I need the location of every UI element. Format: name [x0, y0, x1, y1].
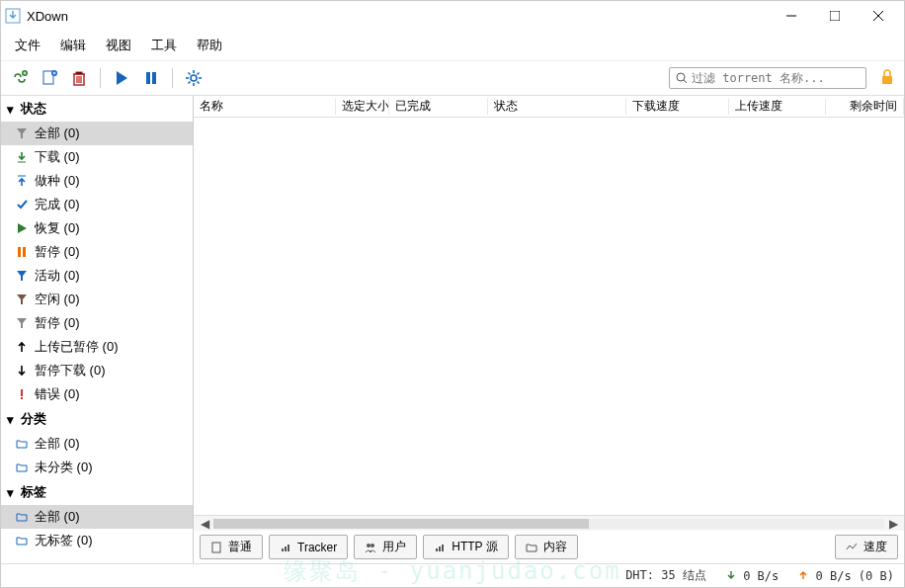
app-icon: [5, 8, 21, 24]
menu-view[interactable]: 视图: [96, 33, 141, 58]
col-size[interactable]: 选定大小: [336, 98, 389, 115]
scroll-track[interactable]: [213, 519, 884, 529]
svg-marker-31: [17, 294, 27, 304]
pause-button[interactable]: [138, 65, 164, 91]
svg-marker-32: [17, 318, 27, 328]
status-error[interactable]: 错误 (0): [1, 382, 193, 406]
add-file-button[interactable]: [37, 65, 62, 91]
scroll-right-icon[interactable]: ▶: [886, 517, 900, 531]
tag-untagged[interactable]: 无标签 (0): [1, 529, 193, 552]
svg-rect-38: [288, 545, 289, 551]
menu-file[interactable]: 文件: [5, 33, 50, 58]
filter-idle-icon: [15, 293, 29, 306]
svg-rect-33: [21, 389, 23, 396]
col-dl[interactable]: 下载速度: [626, 98, 729, 115]
add-link-button[interactable]: [7, 65, 33, 91]
status-paused-2[interactable]: 暂停 (0): [1, 311, 193, 335]
status-idle[interactable]: 空闲 (0): [1, 288, 193, 311]
col-status[interactable]: 状态: [488, 98, 626, 115]
svg-rect-10: [146, 72, 150, 84]
toolbar-separator: [100, 68, 101, 88]
col-ul[interactable]: 上传速度: [729, 98, 826, 115]
svg-marker-30: [17, 271, 27, 281]
svg-line-19: [189, 82, 191, 84]
statusbar: . DHT: 35 结点 0 B/s 0 B/s (0 B) 缘聚岛 - yua…: [1, 563, 904, 587]
svg-point-21: [677, 73, 685, 81]
column-headers: 名称 选定大小 已完成 状态 下载速度 上传速度 剩余时间: [194, 96, 904, 118]
menu-edit[interactable]: 编辑: [50, 33, 96, 58]
svg-rect-42: [439, 546, 441, 551]
scroll-left-icon[interactable]: ◀: [198, 517, 211, 531]
svg-line-22: [684, 80, 687, 83]
lock-icon[interactable]: [878, 68, 898, 88]
detail-tabs: 普通 Tracker 用户 HTTP 源 内容 速度: [194, 531, 904, 563]
menubar: 文件 编辑 视图 工具 帮助: [1, 31, 904, 61]
http-icon: [434, 542, 446, 553]
svg-marker-9: [117, 71, 127, 85]
start-button[interactable]: [109, 65, 134, 91]
search-box[interactable]: [669, 67, 866, 89]
torrent-list[interactable]: [194, 118, 904, 515]
status-resumed[interactable]: 恢复 (0): [1, 216, 193, 240]
delete-button[interactable]: [66, 65, 92, 91]
filter-active-icon: [15, 269, 29, 283]
section-category[interactable]: ▾分类: [1, 406, 193, 432]
svg-point-12: [191, 75, 197, 81]
tab-http[interactable]: HTTP 源: [423, 535, 508, 559]
folder-icon: [526, 542, 537, 553]
svg-rect-35: [212, 543, 220, 552]
section-tags[interactable]: ▾标签: [1, 479, 193, 505]
menu-tools[interactable]: 工具: [141, 33, 187, 58]
col-completed[interactable]: 已完成: [389, 98, 488, 115]
status-all[interactable]: 全部 (0): [1, 122, 193, 145]
status-active[interactable]: 活动 (0): [1, 264, 193, 288]
folder-icon: [15, 437, 29, 451]
svg-rect-37: [285, 546, 287, 551]
status-paused[interactable]: 暂停 (0): [1, 240, 193, 264]
status-upload-paused[interactable]: 上传已暂停 (0): [1, 335, 193, 359]
horizontal-scrollbar[interactable]: ◀ ▶: [194, 515, 904, 531]
speed-icon: [846, 542, 858, 553]
tab-tracker[interactable]: Tracker: [269, 535, 348, 559]
close-button[interactable]: [857, 2, 900, 30]
down-arrow-icon: [15, 364, 29, 378]
error-icon: [15, 387, 29, 401]
check-icon: [15, 198, 29, 211]
folder-icon: [15, 510, 29, 524]
tab-content[interactable]: 内容: [515, 535, 578, 559]
status-download: 0 B/s: [726, 569, 779, 583]
filter-icon: [15, 316, 29, 330]
minimize-button[interactable]: [770, 2, 813, 30]
up-arrow-icon: [15, 340, 29, 354]
users-icon: [365, 542, 376, 553]
search-icon: [676, 72, 688, 84]
tab-general[interactable]: 普通: [200, 535, 263, 559]
scroll-thumb[interactable]: [213, 519, 589, 529]
maximize-button[interactable]: [813, 2, 857, 30]
section-status[interactable]: ▾状态: [1, 96, 193, 122]
svg-rect-23: [882, 76, 892, 84]
col-name[interactable]: 名称: [194, 98, 336, 115]
svg-rect-41: [436, 548, 438, 551]
settings-button[interactable]: [181, 65, 206, 91]
menu-help[interactable]: 帮助: [187, 33, 232, 58]
status-downloading[interactable]: 下载 (0): [1, 145, 193, 169]
col-eta[interactable]: 剩余时间: [826, 98, 904, 115]
tab-speed[interactable]: 速度: [835, 535, 898, 559]
tag-all[interactable]: 全部 (0): [1, 505, 193, 529]
status-seeding[interactable]: 做种 (0): [1, 169, 193, 193]
category-uncategorized[interactable]: 未分类 (0): [1, 456, 193, 479]
category-all[interactable]: 全部 (0): [1, 432, 193, 456]
play-icon: [15, 221, 29, 235]
tab-peers[interactable]: 用户: [354, 535, 417, 559]
svg-rect-28: [18, 247, 21, 257]
search-input[interactable]: [692, 71, 860, 85]
status-completed[interactable]: 完成 (0): [1, 193, 193, 216]
chevron-down-icon: ▾: [7, 485, 17, 500]
folder-icon: [15, 461, 29, 474]
sidebar: ▾状态 全部 (0) 下载 (0) 做种 (0) 完成 (0) 恢复 (0) 暂…: [1, 96, 194, 563]
status-download-paused[interactable]: 暂停下载 (0): [1, 359, 193, 382]
svg-marker-27: [18, 223, 27, 233]
svg-line-20: [198, 73, 200, 75]
svg-rect-2: [830, 11, 840, 21]
